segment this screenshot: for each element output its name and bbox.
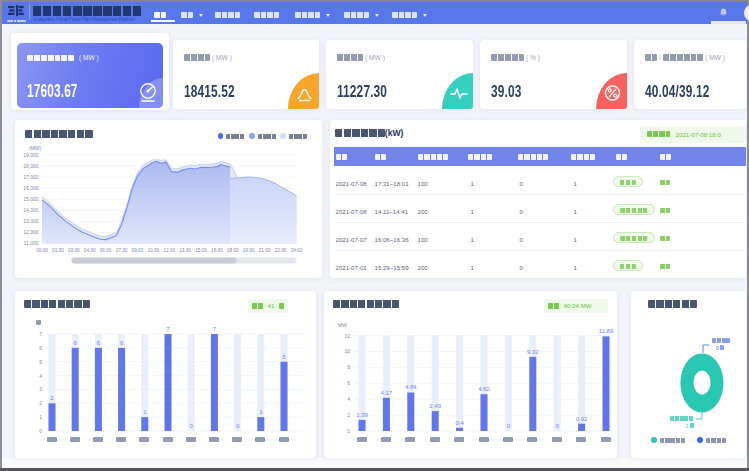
svg-text:11.89: 11.89 [599,328,614,334]
svg-text:0.4: 0.4 [455,420,464,426]
svg-text:2: 2 [347,412,350,418]
svg-text:1.39: 1.39 [356,412,368,418]
svg-text:MW: MW [338,322,347,328]
svg-text:6: 6 [347,380,350,386]
svg-text:4: 4 [347,396,350,402]
svg-text:0.92: 0.92 [576,416,588,422]
svg-text:2.49: 2.49 [429,403,441,409]
svg-text:12: 12 [344,333,350,339]
svg-text:4.84: 4.84 [405,384,417,390]
svg-text:0: 0 [347,428,350,434]
svg-text:4.62: 4.62 [478,386,490,392]
svg-text:8: 8 [347,364,350,370]
svg-text:10: 10 [344,348,350,354]
svg-text:9.32: 9.32 [527,349,539,355]
svg-text:4.17: 4.17 [381,390,393,396]
